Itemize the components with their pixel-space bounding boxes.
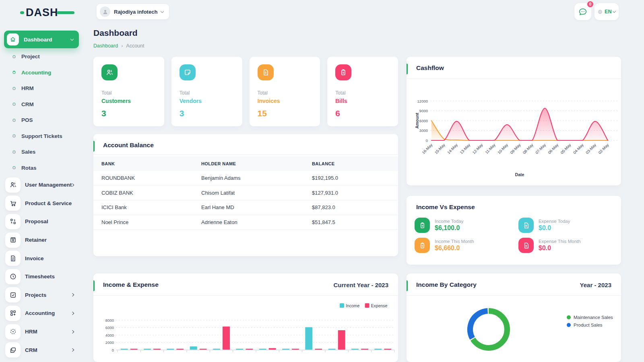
sidebar-item-retainer[interactable]: Retainer (0, 231, 88, 249)
page-title: Dashboard (93, 28, 138, 38)
target-icon (5, 324, 21, 339)
expense-this-month-item: Expense This Month$0.0 (518, 238, 613, 253)
svg-text:10-May: 10-May (497, 142, 509, 154)
language-selector[interactable]: EN (594, 3, 619, 20)
table-row: COBIZ BANKChisom Latifat$127,931.0 (93, 186, 398, 201)
bullet-icon (12, 119, 16, 122)
sidebar-item-crm[interactable]: CRM (0, 97, 88, 113)
bills-icon: $ (335, 64, 351, 80)
panel-title: Income & Expense (103, 281, 159, 288)
bullet-icon (12, 150, 16, 154)
svg-text:Income: Income (346, 303, 360, 308)
svg-text:04-May: 04-May (572, 142, 584, 154)
home-icon (7, 33, 19, 45)
sidebar-item-crm-group[interactable]: CRM (0, 341, 88, 359)
sidebar-item-pos[interactable]: POS (0, 112, 88, 128)
bullet-icon (12, 55, 16, 58)
user-menu[interactable]: Rajodiya infotech (97, 4, 169, 19)
donut-legend: Maintenance Sales Product Sales (567, 313, 613, 329)
notification-badge: 0 (586, 0, 594, 8)
table-row: ROUNDBANKBenjamin Adams$192,195.0 (93, 171, 398, 186)
stat-value: 3 (101, 109, 156, 118)
svg-text:15-May: 15-May (434, 142, 446, 154)
legend-dot (567, 315, 571, 319)
stat-top-label: Total (101, 90, 156, 96)
sidebar-submenu: Project Accounting HRM CRM POS Support T… (0, 49, 88, 176)
sidebar-item-label: Dashboard (24, 37, 66, 43)
svg-text:0: 0 (112, 348, 114, 352)
table-row: Noel PrinceAdrienne Eaton$51,847.5 (93, 215, 398, 230)
expense-today-item: Expense Today$0.0 (518, 218, 613, 233)
bullet-icon (12, 87, 16, 90)
app-logo[interactable]: DASH (20, 6, 74, 19)
retainer-icon (5, 232, 21, 248)
svg-text:8000: 8000 (105, 318, 114, 323)
stat-label: Vendors (180, 98, 234, 104)
svg-text:6000: 6000 (419, 119, 428, 123)
cashflow-chart: 03000600090001200016-May15-May14-May13-M… (407, 81, 621, 185)
invoices-icon (258, 64, 274, 80)
svg-text:06-May: 06-May (547, 142, 559, 154)
logo-accent-dot (20, 11, 24, 14)
globe-icon (598, 8, 603, 15)
sidebar-item-accounting-group[interactable]: Accounting (0, 304, 88, 323)
sidebar-item-accounting[interactable]: Accounting (0, 65, 88, 81)
chat-square-icon (5, 342, 21, 358)
svg-text:08-May: 08-May (522, 142, 534, 154)
panel-title: Account Balance (103, 142, 154, 149)
panel-title: Cashflow (416, 64, 444, 72)
expense-icon (518, 218, 534, 233)
panel-accent-bar (93, 141, 95, 152)
sidebar-item-product-service[interactable]: Product & Service (0, 194, 88, 213)
logo-accent-dash (57, 11, 74, 14)
bullet-icon (12, 103, 16, 106)
sidebar-item-dashboard-active[interactable]: Dashboard (4, 31, 79, 48)
svg-text:12000: 12000 (417, 99, 428, 103)
stat-top-label: Total (335, 90, 390, 96)
svg-text:11-May: 11-May (484, 142, 496, 154)
sidebar-item-timesheets[interactable]: Timesheets (0, 267, 88, 286)
avatar (100, 6, 110, 17)
sidebar-menu: User Management Product & Service Propos… (0, 176, 88, 359)
sidebar-item-hrm-group[interactable]: HRM (0, 323, 88, 341)
breadcrumb-current: Account (126, 43, 144, 49)
person-icon (102, 9, 108, 15)
income-today-item: $ Income Today$6,100.0 (415, 218, 518, 233)
chart-period: Current Year - 2023 (334, 282, 388, 288)
breadcrumb: Dashboard › Account (93, 43, 144, 49)
logo-text: DASH (26, 6, 58, 19)
sidebar-item-invoice[interactable]: Invoice (0, 249, 88, 267)
sidebar-item-projects[interactable]: Projects (0, 286, 88, 304)
sidebar-item-user-management[interactable]: User Management (0, 176, 88, 194)
bullet-icon (12, 134, 16, 138)
table-header: BANK HOLDER NAME BALANCE (93, 156, 398, 171)
account-balance-panel: Account Balance BANK HOLDER NAME BALANCE… (93, 134, 398, 256)
chat-bubble-icon (578, 7, 587, 16)
chevron-right-icon (71, 293, 74, 296)
sidebar-item-hrm[interactable]: HRM (0, 80, 88, 97)
svg-text:$: $ (421, 244, 423, 247)
column-bank: BANK (101, 161, 201, 166)
chevron-right-icon (71, 348, 74, 352)
table-row: ICICI BankEarl Hane MD$87,823.0 (93, 200, 398, 215)
messages-button[interactable]: 0 (574, 3, 591, 20)
svg-text:3000: 3000 (419, 128, 428, 133)
svg-text:07-May: 07-May (535, 142, 547, 154)
svg-text:05-May: 05-May (559, 142, 572, 154)
chevron-down-icon (161, 9, 164, 12)
income-icon: $ (415, 238, 430, 253)
svg-text:Expense: Expense (371, 303, 388, 308)
sidebar-item-support-tickets[interactable]: Support Tickets (0, 128, 88, 144)
income-expense-panel: Income & Expense Current Year - 2023 020… (93, 274, 398, 362)
income-by-category-panel: Income By Category Year - 2023 Maintenan… (407, 274, 621, 362)
sidebar-item-proposal[interactable]: Proposal (0, 212, 88, 231)
breadcrumb-dashboard[interactable]: Dashboard (93, 43, 118, 49)
sidebar-item-sales[interactable]: Sales (0, 144, 88, 160)
sidebar-item-rotas[interactable]: Rotas (0, 160, 88, 176)
panel-title: Income Vs Expense (416, 204, 475, 211)
sidebar-item-project[interactable]: Project (0, 49, 88, 65)
chevron-down-icon (613, 10, 616, 12)
stat-top-label: Total (180, 90, 234, 96)
stat-label: Customers (101, 98, 156, 104)
svg-text:Amount: Amount (415, 113, 419, 129)
